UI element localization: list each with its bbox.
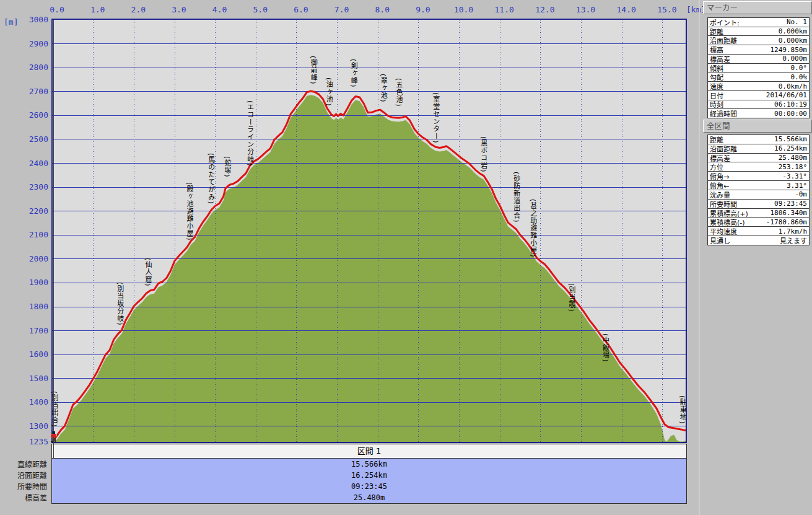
row-label: 沈み量 [710, 190, 730, 200]
marker-hiker-icon[interactable] [50, 431, 58, 442]
row-value: -0m [795, 190, 807, 198]
row-label: 標高差 [710, 154, 730, 163]
waypoint-label: (御前峰) [308, 56, 317, 85]
data-row: 勾配0.0% [708, 73, 809, 82]
y-axis-tick-label: 1400 [17, 397, 48, 407]
data-row: 見通し見えます [708, 236, 809, 245]
marker-position-line[interactable] [53, 20, 54, 459]
section-row-label: 標高差 [0, 493, 47, 504]
x-axis-tick-label: 0.0 [50, 5, 64, 15]
row-value: 0.000km [779, 27, 807, 35]
y-axis-tick-label: 1800 [17, 302, 48, 312]
x-axis-tick-label: 4.0 [212, 5, 227, 15]
data-row: 標高差0.000m [708, 55, 809, 64]
data-row: 時刻06:10:19 [708, 100, 809, 110]
elevation-chart [53, 20, 686, 442]
row-value: 06:10:19 [774, 100, 807, 108]
waypoint-label: (エコーライン分岐) [245, 100, 254, 167]
elevation-plot[interactable]: (別当出合)(別当坂分岐)(仙人窟)(殿ヶ池避難小屋)(馬のたてがみ)(蛇塚)(… [51, 19, 687, 443]
row-label: 距離 [710, 135, 723, 144]
x-axis-tick-label: 5.0 [253, 5, 268, 15]
data-row: 速度0.0km/h [708, 82, 809, 91]
marker-panel-header[interactable]: マーカー [703, 1, 812, 14]
y-axis-tick-label: 1900 [17, 278, 48, 288]
row-value: 25.480m [779, 154, 807, 162]
data-row: 距離0.000km [708, 27, 809, 37]
data-row: 標高差25.480m [708, 154, 809, 163]
panel-splitter[interactable] [699, 0, 700, 515]
row-value: 0.0km/h [779, 82, 807, 90]
y-axis-unit-label: [m] [4, 17, 18, 27]
section-row-label: 沿面距離 [0, 470, 47, 482]
data-row: 平均速度1.7km/h [708, 227, 809, 236]
row-value: 1806.340m [770, 209, 807, 217]
data-row: 方位253.18° [708, 162, 809, 172]
waypoint-label: (砂防新道出合) [512, 172, 520, 223]
x-axis-tick-label: 6.0 [294, 5, 308, 15]
row-value: 0.0° [791, 64, 808, 72]
row-label: 俯角→ [710, 172, 729, 181]
waypoint-label: (駐車地) [678, 395, 686, 425]
marker-panel-table: ポイント:No. 1距離0.000km沿面距離0.000km標高1249.850… [707, 17, 810, 118]
waypoint-label: (油ヶ池) [324, 77, 333, 107]
row-value: No. 1 [787, 18, 807, 26]
row-value: 2014/06/01 [766, 91, 807, 99]
row-label: 経過時間 [710, 109, 737, 118]
row-value: 1249.850m [770, 46, 807, 54]
waypoint-label: (仙人窟) [143, 258, 152, 287]
data-row: 沈み量-0m [708, 190, 809, 200]
x-axis-tick-label: 13.0 [576, 5, 595, 15]
row-label: 日付 [710, 91, 723, 100]
data-row: 累積標高(+)1806.340m [708, 209, 809, 218]
waypoint-label: (黒ボコ岩) [479, 136, 487, 173]
row-label: 俯角← [710, 181, 729, 190]
y-axis-tick-label: 1300 [17, 421, 48, 431]
data-row: 沿面距離0.000km [708, 36, 809, 45]
row-label: 距離 [710, 27, 723, 37]
x-axis-tick-label: 1.0 [90, 5, 105, 15]
section-title: 区間 1 [357, 446, 381, 456]
x-axis-tick-label: 8.0 [375, 5, 389, 15]
y-axis-tick-label: 2600 [17, 110, 48, 120]
section-value: 15.566km [52, 459, 686, 470]
x-axis-tick-label: 12.0 [535, 5, 554, 15]
waypoint-label: (別当覗) [567, 283, 575, 312]
y-axis-tick-label: 1500 [17, 374, 48, 384]
row-label: 沿面距離 [710, 36, 737, 45]
section-value: 25.480m [52, 492, 686, 503]
y-axis-tick-label: 1700 [17, 326, 48, 336]
row-label: 累積標高(-) [710, 218, 745, 227]
section-row-label: 直線距離 [0, 459, 47, 470]
y-axis-tick-label: 2000 [17, 254, 48, 264]
x-axis-tick-label: 10.0 [454, 5, 473, 15]
overall-panel-header[interactable]: 全区間 [703, 120, 812, 133]
y-axis-tick-label: 2400 [17, 159, 48, 169]
section-row-labels: 直線距離沿面距離所要時間標高差 [0, 459, 47, 504]
row-value: 16.254km [774, 144, 807, 152]
x-axis-tick-label: 14.0 [617, 5, 636, 15]
x-axis-tick-label: 7.0 [334, 5, 349, 15]
data-row: 所要時間09:23:45 [708, 200, 809, 209]
row-value: 00:00:00 [774, 110, 807, 118]
row-value: 3.31° [787, 182, 807, 190]
waypoint-label: (蛇塚) [222, 156, 231, 178]
y-axis-tick-label: 2500 [17, 134, 48, 144]
data-row: 傾斜0.0° [708, 64, 809, 73]
x-axis-tick-label: 2.0 [131, 5, 146, 15]
x-axis-tick-label: 9.0 [416, 5, 430, 15]
y-axis-tick-label: 2900 [17, 39, 48, 49]
section-header-bar: 区間 1 [51, 444, 687, 459]
section-row-label: 所要時間 [0, 482, 47, 493]
data-row: 俯角→-3.31° [708, 172, 809, 181]
data-row: 日付2014/06/01 [708, 91, 809, 100]
y-axis-tick-label: 2800 [17, 63, 48, 73]
row-label: 見通し [710, 236, 730, 245]
y-axis-tick-label: 3000 [17, 15, 48, 25]
row-value: 0.000km [779, 37, 807, 45]
data-row: 標高1249.850m [708, 45, 809, 55]
data-row: 距離15.566km [708, 135, 809, 144]
waypoint-label: (五色池) [394, 78, 403, 107]
row-value: 1.7km/h [779, 227, 807, 235]
section-values-band: 15.566km16.254km09:23:4525.480m [51, 459, 687, 504]
row-value: -3.31° [782, 172, 807, 180]
